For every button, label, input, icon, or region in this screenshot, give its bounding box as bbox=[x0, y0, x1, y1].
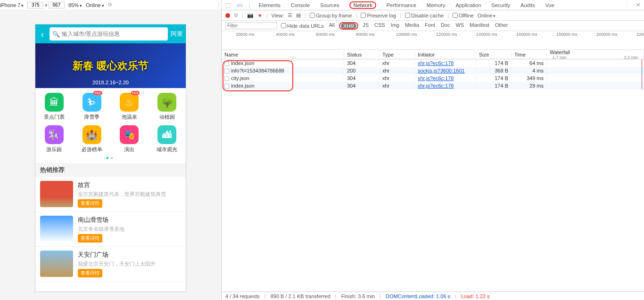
cell-initiator[interactable]: xhr.js?ec6c:178 bbox=[415, 83, 476, 89]
cell-initiator[interactable]: xhr.js?ec6c:178 bbox=[415, 60, 476, 66]
col-status[interactable]: Status bbox=[344, 52, 380, 57]
kebab-icon[interactable]: ⋮ bbox=[216, 2, 221, 8]
clear-icon[interactable]: ⊘ bbox=[234, 12, 238, 18]
col-waterfall[interactable]: Waterfall 1.7 min3.3 min bbox=[547, 49, 644, 60]
width-input[interactable] bbox=[27, 2, 43, 8]
col-time[interactable]: Time bbox=[512, 52, 547, 57]
devtools-tab-vue[interactable]: Vue bbox=[544, 1, 556, 9]
col-name[interactable]: Name bbox=[222, 52, 344, 57]
filter-type-all[interactable]: All bbox=[328, 22, 336, 30]
category-item[interactable]: ♨泡温泉Hot bbox=[111, 93, 149, 121]
hot-badge: Hot bbox=[93, 91, 102, 95]
disable-cache-check[interactable]: Disable cache bbox=[405, 13, 444, 18]
category-icon: ⛷ bbox=[83, 93, 101, 112]
search-input[interactable] bbox=[62, 31, 165, 37]
section-title: 热销推荐 bbox=[35, 163, 186, 177]
category-label: 景点门票 bbox=[44, 114, 65, 121]
category-item[interactable]: 🎭演出 bbox=[111, 125, 149, 153]
city-picker[interactable]: 阿里 bbox=[171, 30, 183, 38]
recommendation-item[interactable]: 天安门广场我爱北京天安门，天安门上太阳升查看详情 bbox=[35, 247, 186, 282]
rec-detail-button[interactable]: 查看详情 bbox=[78, 199, 102, 208]
filter-type-doc[interactable]: Doc bbox=[439, 22, 452, 30]
rotate-icon[interactable]: ⟳ bbox=[108, 2, 112, 8]
throttle-select[interactable]: Online bbox=[478, 13, 496, 18]
devtools-tab-audits[interactable]: Audits bbox=[519, 1, 537, 9]
col-size[interactable]: Size bbox=[476, 52, 512, 57]
pager-dots[interactable]: ●● bbox=[35, 155, 186, 160]
filter-type-css[interactable]: CSS bbox=[373, 22, 387, 30]
network-row[interactable]: index.json304xhrxhr.js?ec6c:178174 B28 m… bbox=[222, 82, 644, 89]
search-box[interactable]: 🔍 bbox=[50, 27, 168, 41]
category-item[interactable]: 🏙城市观光 bbox=[148, 125, 186, 153]
back-icon[interactable]: ‹ bbox=[38, 29, 47, 40]
cell-waterfall bbox=[547, 67, 644, 74]
timeline-tick: 180000 ms bbox=[556, 32, 578, 37]
cell-type: xhr bbox=[380, 68, 415, 73]
recommendation-item[interactable]: 故宫东方宫殿建筑代表，世界宫殿建筑典范查看详情 bbox=[35, 177, 186, 212]
network-row[interactable]: info?t=1534384786688200xhrsockjs.js?3600… bbox=[222, 67, 644, 74]
rec-detail-button[interactable]: 查看详情 bbox=[78, 234, 102, 243]
record-icon[interactable] bbox=[225, 13, 230, 18]
cell-type: xhr bbox=[380, 60, 415, 66]
inspect-icon[interactable]: ⬚ bbox=[225, 2, 231, 8]
filter-type-img[interactable]: Img bbox=[389, 22, 401, 30]
devtools-tab-console[interactable]: Console bbox=[289, 1, 312, 9]
close-devtools-icon[interactable]: ✕ bbox=[636, 2, 640, 8]
category-icon: 🏛 bbox=[45, 93, 64, 112]
status-domcontentloaded: DOMContentLoaded: 1.06 s bbox=[386, 293, 450, 299]
large-rows-icon[interactable]: ☰ bbox=[288, 12, 292, 18]
zoom-select[interactable]: 85% bbox=[68, 2, 82, 8]
network-toolbar: ⊘ | 📷 ▼ | View: ☰ ▤ | Group by frame | P… bbox=[222, 10, 644, 21]
device-select[interactable]: iPhone 7 bbox=[0, 2, 24, 8]
devtools-tab-elements[interactable]: Elements bbox=[257, 1, 282, 9]
status-finish: Finish: 3.6 min bbox=[341, 293, 375, 299]
category-item[interactable]: ⛷滑雪季Hot bbox=[73, 93, 111, 121]
rec-subtitle: 我爱北京天安门，天安门上太阳升 bbox=[78, 260, 181, 268]
devtools-tab-performance[interactable]: Performance bbox=[385, 1, 418, 9]
filter-type-other[interactable]: Other bbox=[494, 22, 510, 30]
col-type[interactable]: Type bbox=[380, 52, 415, 57]
cell-initiator[interactable]: xhr.js?ec6c:178 bbox=[415, 75, 476, 81]
cell-waterfall bbox=[547, 82, 644, 89]
filter-type-font[interactable]: Font bbox=[423, 22, 437, 30]
category-item[interactable]: 🎠游乐园 bbox=[35, 125, 73, 153]
hide-dataurl-check[interactable]: Hide data URLs bbox=[281, 23, 324, 29]
banner-date: 2018.2.16~2.20 bbox=[92, 80, 129, 85]
filter-type-js[interactable]: JS bbox=[361, 22, 370, 30]
filter-type-media[interactable]: Media bbox=[404, 22, 421, 30]
cell-waterfall bbox=[547, 74, 644, 82]
devtools-tab-network[interactable]: Network bbox=[347, 1, 378, 9]
overview-icon[interactable]: ▤ bbox=[296, 12, 301, 18]
devtools-tab-security[interactable]: Security bbox=[489, 1, 512, 9]
search-icon: 🔍 bbox=[52, 31, 60, 38]
col-initiator[interactable]: Initiator bbox=[415, 52, 476, 57]
banner[interactable]: 新春 暖心欢乐节 2018.2.16~2.20 bbox=[35, 43, 186, 88]
group-frame-check[interactable]: Group by frame bbox=[310, 13, 352, 18]
filter-icon[interactable]: ▼ bbox=[257, 13, 263, 18]
rec-detail-button[interactable]: 查看详情 bbox=[78, 269, 102, 277]
filter-type-ws[interactable]: WS bbox=[454, 22, 465, 30]
category-item[interactable]: 🏛景点门票 bbox=[35, 93, 73, 121]
preserve-log-check[interactable]: Preserve log bbox=[361, 13, 396, 18]
category-grid: 🏛景点门票⛷滑雪季Hot♨泡温泉Hot🌳动植园🎠游乐园🏰必游榜单🎭演出🏙城市观光… bbox=[35, 88, 186, 163]
devtools-tab-memory[interactable]: Memory bbox=[425, 1, 447, 9]
offline-check[interactable]: Offline bbox=[453, 13, 474, 18]
network-select[interactable]: Online bbox=[86, 2, 104, 8]
devtools-tab-application[interactable]: Application bbox=[454, 1, 483, 9]
category-item[interactable]: 🏰必游榜单 bbox=[73, 125, 111, 153]
height-input[interactable] bbox=[49, 2, 65, 8]
filter-type-xhr[interactable]: XHR bbox=[341, 23, 356, 29]
category-icon: 🎭 bbox=[120, 125, 139, 144]
device-mode-icon[interactable]: ▭ bbox=[237, 2, 242, 8]
category-item[interactable]: 🌳动植园 bbox=[148, 93, 186, 121]
filter-input[interactable] bbox=[225, 22, 277, 29]
network-row[interactable]: index.json304xhrxhr.js?ec6c:178174 B64 m… bbox=[222, 59, 644, 67]
cell-initiator[interactable]: sockjs.js?3600:1601 bbox=[415, 68, 476, 73]
capture-screenshot-icon[interactable]: 📷 bbox=[247, 12, 254, 18]
rec-title: 南山滑雪场 bbox=[78, 216, 181, 224]
devtools-tab-sources[interactable]: Sources bbox=[318, 1, 341, 9]
recommendation-item[interactable]: 南山滑雪场北京专业级滑雪圣地查看详情 bbox=[35, 212, 186, 247]
network-row[interactable]: city.json304xhrxhr.js?ec6c:178174 B349 m… bbox=[222, 74, 644, 82]
timeline-overview[interactable]: 20000 ms40000 ms60000 ms80000 ms100000 m… bbox=[222, 31, 644, 50]
filter-type-manifest[interactable]: Manifest bbox=[468, 22, 491, 30]
